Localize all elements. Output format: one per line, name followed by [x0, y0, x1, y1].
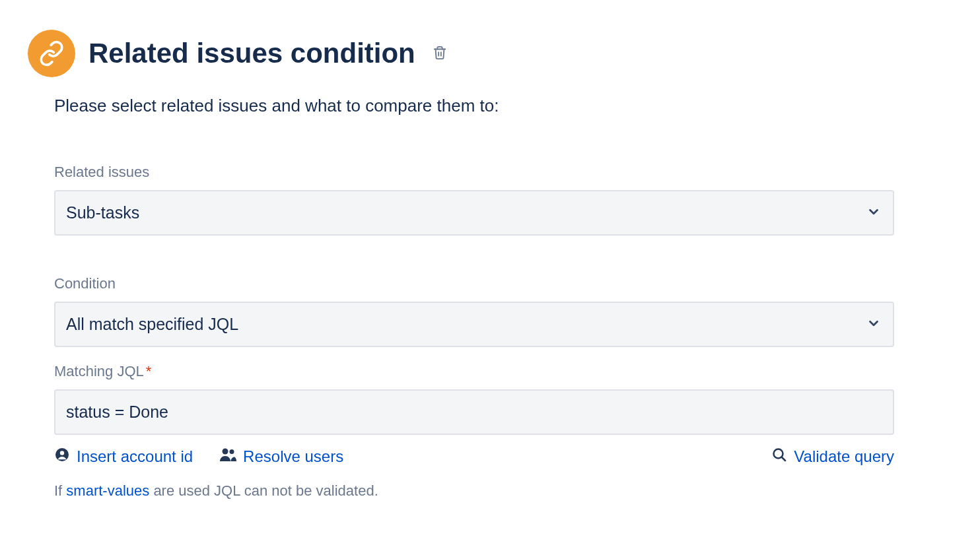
svg-point-1 [60, 451, 64, 455]
search-icon [771, 447, 787, 467]
condition-select[interactable]: All match specified JQL [54, 302, 894, 347]
page-title: Related issues condition [88, 38, 415, 69]
svg-point-2 [223, 449, 228, 455]
hint-prefix: If [54, 482, 66, 499]
related-issues-select[interactable]: Sub-tasks [54, 190, 894, 236]
condition-field-group: Condition All match specified JQL [54, 275, 894, 347]
hint-suffix: are used JQL can not be validated. [149, 482, 378, 499]
link-icon [28, 30, 75, 77]
jql-actions-row: Insert account id Resolve users [54, 447, 894, 467]
condition-label: Condition [54, 275, 894, 292]
related-issues-select-wrapper: Sub-tasks [54, 190, 894, 236]
smart-values-link[interactable]: smart-values [66, 482, 149, 499]
user-circle-icon [54, 447, 70, 467]
condition-select-wrapper: All match specified JQL [54, 302, 894, 347]
related-issues-field-group: Related issues Sub-tasks [54, 164, 894, 236]
svg-point-3 [230, 449, 234, 454]
validate-query-button[interactable]: Validate query [771, 447, 894, 467]
header: Related issues condition [28, 30, 894, 77]
form-description: Please select related issues and what to… [28, 96, 894, 116]
matching-jql-label: Matching JQL* [54, 363, 894, 380]
users-icon [219, 447, 236, 466]
svg-line-5 [782, 457, 786, 461]
form-container: Related issues condition Please select r… [0, 30, 980, 500]
trash-icon [433, 46, 447, 62]
required-asterisk: * [146, 363, 152, 379]
validate-query-label: Validate query [794, 447, 894, 466]
matching-jql-input[interactable] [54, 389, 894, 435]
matching-jql-field-group: Matching JQL* Insert account id [54, 363, 894, 500]
matching-jql-label-text: Matching JQL [54, 363, 144, 379]
resolve-users-label: Resolve users [243, 447, 343, 466]
insert-account-id-label: Insert account id [77, 447, 193, 466]
form-section: Related issues Sub-tasks Condition All m… [28, 164, 894, 500]
resolve-users-button[interactable]: Resolve users [219, 447, 343, 466]
jql-hint-text: If smart-values are used JQL can not be … [54, 482, 894, 500]
insert-account-id-button[interactable]: Insert account id [54, 447, 193, 467]
delete-button[interactable] [430, 43, 450, 65]
related-issues-label: Related issues [54, 164, 894, 181]
